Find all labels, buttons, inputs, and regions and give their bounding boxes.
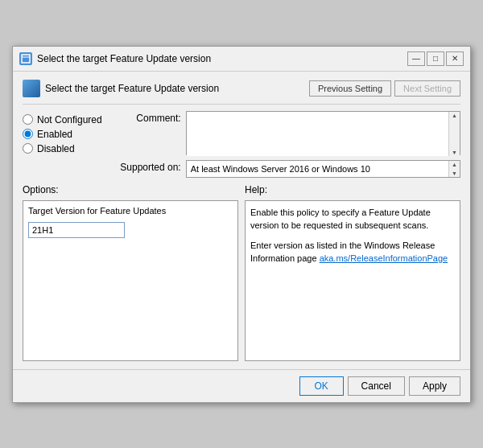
- not-configured-radio[interactable]: Not Configured: [23, 114, 102, 125]
- window-icon: [19, 52, 32, 65]
- help-title: Help:: [245, 184, 460, 195]
- title-bar-left: Select the target Feature Update version: [19, 52, 211, 65]
- help-paragraph1: Enable this policy to specify a Feature …: [250, 206, 455, 232]
- radio-section: Not Configured Enabled Disabled: [23, 111, 102, 178]
- disabled-input[interactable]: [23, 143, 33, 154]
- comment-label: Comment:: [109, 111, 181, 124]
- apply-button[interactable]: Apply: [409, 376, 460, 396]
- footer: OK Cancel Apply: [13, 369, 470, 402]
- supported-field-container: At least Windows Server 2016 or Windows …: [186, 160, 460, 178]
- help-box: Enable this policy to specify a Feature …: [245, 200, 460, 361]
- supported-value: At least Windows Server 2016 or Windows …: [187, 161, 448, 177]
- comment-supported-section: Comment: ▲ ▼ Supported on:: [109, 111, 460, 178]
- policy-icon: [23, 80, 40, 97]
- supported-scrollbar: ▲ ▼: [448, 161, 460, 177]
- scroll-down-arrow[interactable]: ▼: [452, 150, 457, 155]
- version-input[interactable]: [28, 222, 125, 238]
- comment-textarea[interactable]: [187, 112, 448, 156]
- options-panel: Options: Target Version for Feature Upda…: [23, 184, 238, 361]
- supported-label: Supported on:: [109, 160, 181, 173]
- comment-field-container: ▲ ▼: [186, 111, 460, 155]
- options-title: Options:: [23, 184, 238, 195]
- help-paragraph2: Enter version as listed in the Windows R…: [250, 239, 455, 265]
- supported-row: Supported on: At least Windows Server 20…: [109, 160, 460, 178]
- help-panel: Help: Enable this policy to specify a Fe…: [245, 184, 460, 361]
- supported-scroll-down[interactable]: ▼: [452, 171, 457, 176]
- options-box: Target Version for Feature Updates: [23, 200, 238, 361]
- dialog-content: Select the target Feature Update version…: [13, 72, 470, 369]
- not-configured-input[interactable]: [23, 114, 33, 125]
- top-section: Not Configured Enabled Disabled Comment:: [23, 111, 460, 178]
- header-row: Select the target Feature Update version…: [23, 80, 460, 105]
- enabled-label: Enabled: [37, 129, 72, 140]
- options-help-section: Options: Target Version for Feature Upda…: [23, 184, 460, 361]
- minimize-button[interactable]: —: [407, 51, 425, 66]
- title-bar: Select the target Feature Update version…: [13, 47, 470, 72]
- enabled-radio[interactable]: Enabled: [23, 129, 102, 140]
- disabled-radio[interactable]: Disabled: [23, 143, 102, 154]
- window-title: Select the target Feature Update version: [37, 53, 211, 64]
- target-version-label: Target Version for Feature Updates: [28, 206, 233, 216]
- ok-button[interactable]: OK: [299, 376, 344, 396]
- title-bar-controls: — □ ✕: [407, 51, 464, 66]
- cancel-button[interactable]: Cancel: [348, 376, 405, 396]
- scroll-up-arrow[interactable]: ▲: [452, 113, 457, 118]
- comment-row: Comment: ▲ ▼: [109, 111, 460, 155]
- main-window: Select the target Feature Update version…: [12, 46, 471, 403]
- comment-box: ▲ ▼: [187, 112, 460, 156]
- nav-buttons: Previous Setting Next Setting: [309, 80, 460, 97]
- dialog-title: Select the target Feature Update version: [45, 83, 219, 94]
- comment-scrollbar: ▲ ▼: [448, 112, 460, 156]
- previous-setting-button[interactable]: Previous Setting: [309, 80, 391, 97]
- help-link[interactable]: aka.ms/ReleaseInformationPage: [320, 253, 448, 263]
- next-setting-button[interactable]: Next Setting: [394, 80, 460, 97]
- header-left: Select the target Feature Update version: [23, 80, 219, 97]
- supported-scroll-up[interactable]: ▲: [452, 162, 457, 167]
- close-button[interactable]: ✕: [446, 51, 464, 66]
- maximize-button[interactable]: □: [427, 51, 444, 66]
- not-configured-label: Not Configured: [37, 114, 102, 125]
- enabled-input[interactable]: [23, 129, 33, 139]
- disabled-label: Disabled: [37, 143, 75, 154]
- svg-rect-0: [22, 55, 30, 63]
